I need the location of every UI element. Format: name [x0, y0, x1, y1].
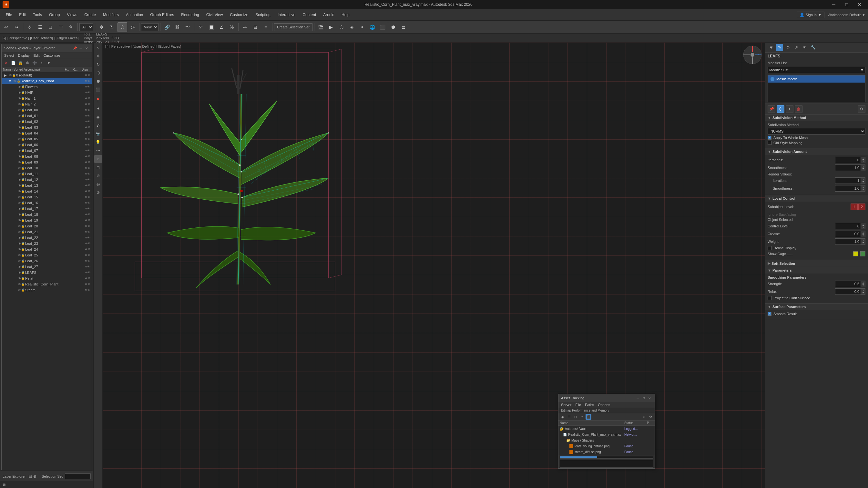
render-iterations-input[interactable] [835, 177, 861, 184]
scene-explorer-pin[interactable]: 📌 [72, 45, 78, 51]
se-menu-customize[interactable]: Customize [43, 54, 60, 57]
render-iter-spinner[interactable]: ▲ ▼ [861, 177, 865, 184]
scene-explorer-close[interactable]: ✕ [84, 45, 89, 51]
menu-civil-view[interactable]: Civil View [203, 11, 226, 19]
curve-tool[interactable]: 〜 [94, 147, 102, 155]
scale-tool[interactable]: ⬡ [94, 69, 102, 77]
menu-help[interactable]: Help [338, 11, 353, 19]
rp-hierarchy-tab[interactable]: ⚙ [784, 44, 792, 51]
deform-tool[interactable]: ⌂ [94, 155, 102, 163]
smooth-result-checkbox[interactable]: ✓ [768, 312, 772, 316]
tree-item-leaf-14[interactable]: 👁 🔒 Leaf_14 ❄ 👁 [2, 188, 92, 194]
at-menu-server[interactable]: Server [561, 403, 571, 407]
mod-configure[interactable]: ⚙ [858, 105, 865, 113]
se-freeze-button[interactable]: ❄ [24, 60, 31, 66]
tree-item-steam[interactable]: 👁 🔒 Steam ❄ 👁 [2, 287, 92, 293]
tree-item-hair-2[interactable]: 👁 🔒 Hair_2 ❄ 👁 [2, 101, 92, 107]
view-dropdown[interactable]: View [141, 23, 158, 31]
render-setup-button[interactable]: 🎬 [316, 22, 326, 32]
tree-item-realistic-corn-plant[interactable]: ▼ 👁 🔒 Realistic_Corn_Plant ❄ 👁 [2, 78, 92, 84]
strength-spinner[interactable]: ▲ ▼ [861, 281, 865, 287]
at-tool-4[interactable]: ✦ [579, 414, 585, 420]
render-to-texture[interactable]: ⬛ [378, 22, 388, 32]
mod-make-unique[interactable]: ✦ [786, 105, 794, 113]
panorama[interactable]: ⬢ [388, 22, 398, 32]
environment[interactable]: 🌐 [368, 22, 377, 32]
layer-manager[interactable]: ≡ [261, 22, 271, 32]
cage-color-1[interactable] [853, 251, 858, 256]
render-button[interactable]: ▶ [327, 22, 336, 32]
move-tool[interactable]: ✥ [94, 52, 102, 60]
scale-button[interactable]: ⬡ [118, 22, 127, 32]
extra-tool-2[interactable]: ◎ [94, 180, 102, 188]
mirror-button[interactable]: ⇔ [240, 22, 250, 32]
tree-item-leafs[interactable]: 👁 🔒 LEAFS ❄ 👁 [2, 270, 92, 275]
project-limit-checkbox[interactable] [768, 296, 772, 300]
se-menu-display[interactable]: Display [18, 54, 30, 57]
light-tool[interactable]: 💡 [94, 138, 102, 146]
tree-item-leaf-18[interactable]: 👁 🔒 Leaf_18 ❄ 👁 [2, 212, 92, 217]
move-button[interactable]: ✥ [97, 22, 106, 32]
link-button[interactable]: 🔗 [162, 22, 172, 32]
ribbon-tool[interactable]: ◻ [94, 164, 102, 171]
angle-snap[interactable]: ∠ [217, 22, 226, 32]
tree-item-leaf-06[interactable]: 👁 🔒 Leaf_06 ❄ 👁 [2, 142, 92, 148]
rp-motion-tab[interactable]: ↗ [793, 44, 800, 51]
smoothness-spinner[interactable]: ▲ ▼ [861, 164, 865, 171]
smoothness-input[interactable] [835, 164, 861, 171]
select-by-name-button[interactable]: ☰ [35, 22, 45, 32]
sign-in-button[interactable]: 👤 Sign In ▼ [797, 11, 825, 18]
paint-select-button[interactable]: ✎ [66, 22, 76, 32]
render-active-button[interactable]: ⬡ [337, 22, 346, 32]
snaps-toggle[interactable]: 🔲 [206, 22, 216, 32]
relax-input[interactable] [835, 288, 861, 295]
at-row-autodesk-vault[interactable]: 🔐 Autodesk Vault Logged... [558, 426, 655, 431]
tree-item-leaf-09[interactable]: 👁 🔒 Leaf_09 ❄ 👁 [2, 159, 92, 165]
redo-button[interactable]: ↪ [11, 22, 21, 32]
at-minimize[interactable]: ─ [635, 395, 641, 400]
tree-item-leaf-01[interactable]: 👁 🔒 Leaf_01 ❄ 👁 [2, 113, 92, 119]
mod-show-end[interactable]: ⬡ [777, 105, 784, 113]
at-tool-expand[interactable]: ⊕ [641, 414, 647, 420]
se-new-layer-button[interactable]: 📄 [10, 60, 17, 66]
tree-item-flowers[interactable]: 👁 🔒 Flowers ❄ 👁 [2, 84, 92, 90]
se-menu-select[interactable]: Select [4, 54, 14, 57]
paint-tool[interactable]: 🖌 [94, 122, 102, 129]
sobj-btn-2[interactable]: 2 [858, 203, 865, 210]
rotate-tool[interactable]: ↻ [94, 61, 102, 68]
iterations-input[interactable] [835, 157, 861, 163]
tree-item-leaf-00[interactable]: 👁 🔒 Leaf_00 ❄ 👁 [2, 107, 92, 113]
tree-item-leaf-26[interactable]: 👁 🔒 Leaf_26 ❄ 👁 [2, 258, 92, 264]
maximize-button[interactable]: □ [841, 0, 852, 9]
surface-parameters-header[interactable]: ▼ Surface Parameters [765, 303, 868, 310]
se-menu-edit[interactable]: Edit [34, 54, 40, 57]
menu-modifiers[interactable]: Modifiers [100, 11, 122, 19]
render-smoothness-input[interactable] [835, 185, 861, 192]
rotate-button[interactable]: ↻ [107, 22, 117, 32]
apply-whole-mesh-checkbox[interactable]: ✓ [768, 136, 772, 140]
place-tool[interactable]: 📍 [94, 96, 102, 104]
control-level-spinner[interactable]: ▲ ▼ [861, 223, 865, 229]
menu-animation[interactable]: Animation [123, 11, 146, 19]
se-add-button[interactable]: ➕ [31, 60, 38, 66]
tree-item-realistic-corn-plant[interactable]: 👁 🔒 Realistic_Corn_Plant ❄ 👁 [2, 281, 92, 287]
crease-input[interactable] [835, 231, 861, 237]
mod-pin-stack[interactable]: 📌 [768, 105, 775, 113]
tree-item-leaf-16[interactable]: 👁 🔒 Leaf_16 ❄ 👁 [2, 200, 92, 206]
at-row-realistic-corn-plant-max-vray-max[interactable]: 📄 Realistic_Corn_Plant_max_vray.max Netw… [558, 431, 655, 437]
undo-button[interactable]: ↩ [1, 22, 11, 32]
iterations-spinner[interactable]: ▲ ▼ [861, 157, 865, 163]
menu-scripting[interactable]: Scripting [252, 11, 274, 19]
tree-item-leaf-19[interactable]: 👁 🔒 Leaf_19 ❄ 👁 [2, 217, 92, 223]
extra-tool-3[interactable]: ⊗ [94, 189, 102, 196]
non-uniform-scale[interactable]: ⬢ [94, 77, 102, 85]
create-selection-set-button[interactable]: Create Selection Set [274, 23, 312, 31]
at-row-steam-diffuse-png[interactable]: steam_diffuse.png Found [558, 449, 655, 455]
tree-item-pelat[interactable]: 👁 🔒 Pelat ❄ 👁 [2, 275, 92, 281]
menu-arnold[interactable]: Arnold [320, 11, 338, 19]
material-editor[interactable]: ◈ [347, 22, 357, 32]
tree-item-leaf-02[interactable]: 👁 🔒 Leaf_02 ❄ 👁 [2, 119, 92, 125]
filter-dropdown[interactable]: All [80, 23, 93, 31]
unlink-button[interactable]: ⛓ [173, 22, 182, 32]
at-row-leafs-young-diffuse-png[interactable]: leafs_young_diffuse.png Found [558, 443, 655, 449]
